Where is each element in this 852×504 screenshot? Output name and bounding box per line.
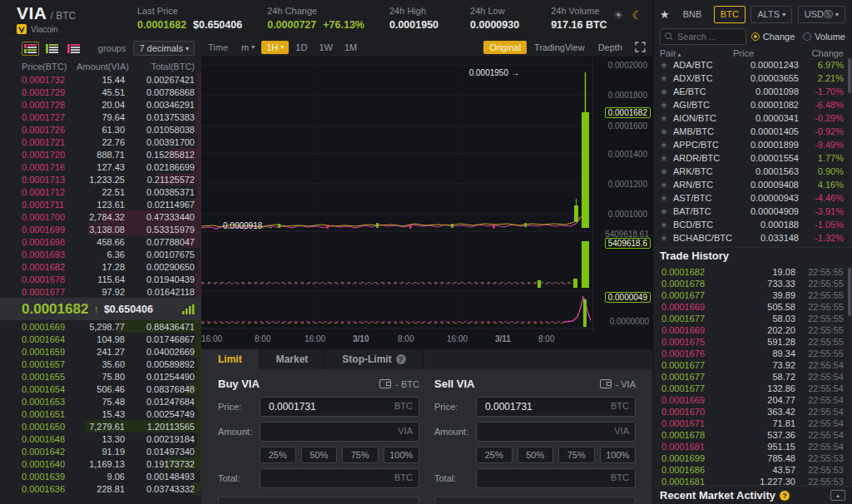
bid-row[interactable]: 0.0001655 75.80 0.01254490 (0, 370, 201, 383)
star-icon[interactable]: ★ (660, 113, 673, 124)
sell-amount-input[interactable] (476, 422, 636, 442)
ask-row[interactable]: 0.0001732 15.44 0.00267421 (0, 73, 201, 86)
ask-row[interactable]: 0.0001720 888.71 0.15285812 (0, 148, 201, 161)
star-icon[interactable]: ★ (660, 140, 673, 151)
trade-row[interactable]: 0.0001675 591.28 22:55:55 (653, 336, 847, 348)
pair-list-scrollbar[interactable] (848, 58, 851, 246)
bid-row[interactable]: 0.0001657 35.60 0.00589892 (0, 358, 201, 370)
trade-row[interactable]: 0.0001677 132.86 22:55:54 (653, 383, 847, 394)
pair-row[interactable]: ★ ARN/BTC 0.00009408 4.16% (653, 178, 847, 191)
star-icon[interactable]: ★ (660, 100, 673, 111)
star-icon[interactable]: ★ (660, 126, 673, 137)
chart-view-button[interactable]: Depth (592, 41, 628, 54)
trade-row[interactable]: 0.0001678 537.36 22:55:54 (653, 429, 847, 441)
pair-row[interactable]: ★ BCD/BTC 0.000188 -1.05% (653, 218, 847, 231)
ask-row[interactable]: 0.0001678 115.64 0.01940439 (0, 273, 201, 285)
percent-button[interactable]: 75% (558, 447, 595, 463)
order-type-tab[interactable]: Market (260, 349, 326, 369)
bid-row[interactable]: 0.0001636 228.81 0.03743332 (0, 482, 201, 495)
light-theme-icon[interactable]: ☀ (613, 8, 624, 22)
percent-button[interactable]: 100% (600, 447, 637, 463)
trade-row[interactable]: 0.0001677 39.89 22:55:55 (653, 289, 847, 301)
pair-row[interactable]: ★ APPC/BTC 0.00001899 -9.49% (653, 138, 847, 151)
ask-row[interactable]: 0.0001700 2,784.32 0.47333440 (0, 210, 201, 223)
interval-button[interactable]: 1W (314, 41, 338, 54)
ask-row[interactable]: 0.0001713 1,233.25 0.21125572 (0, 173, 201, 185)
market-tab[interactable]: ALTS▾ (750, 6, 792, 23)
pair-row[interactable]: ★ AGI/BTC 0.00001082 -6.48% (653, 98, 847, 111)
percent-button[interactable]: 50% (518, 447, 554, 463)
star-icon[interactable]: ★ (660, 206, 673, 217)
buy-amount-input[interactable] (260, 422, 419, 442)
star-icon[interactable]: ★ (660, 60, 673, 71)
ask-row[interactable]: 0.0001677 97.92 0.01642118 (0, 285, 201, 298)
trade-row[interactable]: 0.0001669 204.77 22:55:54 (653, 394, 847, 406)
interval-button[interactable]: 1M (339, 41, 362, 54)
time-axis[interactable]: 8:00 16:00 3/10 8:00 16:00 3/11 8:00 16:… (201, 332, 592, 347)
bid-row[interactable]: 0.0001651 15.43 0.00254749 (0, 408, 201, 420)
market-tab[interactable]: BTC (714, 6, 746, 23)
ask-row[interactable]: 0.0001727 79.64 0.01375383 (0, 111, 201, 123)
star-icon[interactable]: ★ (660, 193, 673, 204)
trade-row[interactable]: 0.0001677 73.92 22:55:54 (653, 359, 847, 371)
pair-row[interactable]: ★ AMB/BTC 0.00001405 -0.92% (653, 125, 847, 138)
chart-area[interactable]: 0.0001950→ 0.0000918→ 0.0002000 0.000180… (201, 57, 652, 349)
star-icon[interactable]: ★ (660, 220, 673, 230)
collapse-icon[interactable]: ▴ (830, 490, 845, 501)
depth-stats-icon[interactable] (182, 304, 195, 314)
pair-row[interactable]: ★ ARK/BTC 0.0001563 0.90% (653, 165, 847, 178)
percent-button[interactable]: 75% (342, 447, 379, 463)
pair-row[interactable]: ★ BAT/BTC 0.00004909 -3.91% (653, 205, 847, 218)
pair-row[interactable]: ★ ARDR/BTC 0.00001554 1.77% (653, 151, 847, 165)
ask-row[interactable]: 0.0001698 458.66 0.07788047 (0, 235, 201, 248)
star-icon[interactable]: ★ (660, 180, 673, 190)
trade-row[interactable]: 0.0001678 733.33 22:55:55 (653, 278, 847, 289)
trade-row[interactable]: 0.0001671 71.81 22:55:54 (653, 418, 847, 429)
ask-row[interactable]: 0.0001712 22.51 0.00385371 (0, 185, 201, 198)
bid-row[interactable]: 0.0001664 104.98 0.01746867 (0, 333, 201, 345)
market-tab[interactable]: USDⓈ▾ (798, 6, 845, 23)
bid-row[interactable]: 0.0001659 241.27 0.04002669 (0, 345, 201, 358)
help-icon[interactable]: ? (780, 491, 790, 501)
order-book-view-bids-icon[interactable] (43, 42, 61, 56)
ask-row[interactable]: 0.0001682 17.28 0.00290650 (0, 260, 201, 273)
ask-row[interactable]: 0.0001728 20.04 0.00346291 (0, 98, 201, 111)
order-book-view-asks-icon[interactable] (65, 42, 82, 56)
ask-row[interactable]: 0.0001693 6.36 0.00107675 (0, 248, 201, 260)
trade-row[interactable]: 0.0001670 363.42 22:55:54 (653, 406, 847, 418)
price-axis[interactable]: 0.0002000 0.0001800 0.0001600 0.0001400 … (592, 57, 652, 332)
order-type-tab[interactable]: Limit (201, 349, 260, 369)
search-input[interactable] (661, 29, 746, 44)
bid-row[interactable]: 0.0001653 75.48 0.01247684 (0, 395, 201, 408)
decimals-select[interactable]: 7 decimals▾ (133, 41, 195, 56)
trade-row[interactable]: 0.0001677 58.03 22:55:55 (653, 313, 847, 324)
interval-button[interactable]: 1D (290, 41, 312, 54)
trade-row[interactable]: 0.0001682 19.08 22:55:55 (653, 266, 847, 278)
trade-history-scrollbar[interactable] (848, 266, 851, 485)
star-icon[interactable]: ★ (660, 153, 673, 164)
trade-row[interactable]: 0.0001686 43.57 22:55:53 (653, 464, 847, 476)
chart-view-button[interactable]: Original (483, 41, 527, 54)
star-icon[interactable]: ★ (660, 166, 673, 177)
ask-row[interactable]: 0.0001729 45.51 0.00786868 (0, 86, 201, 98)
pair-row[interactable]: ★ AE/BTC 0.0001098 -1.70% (653, 85, 847, 98)
interval-button[interactable]: m▾ (236, 41, 260, 54)
radio-change[interactable]: Change (751, 32, 795, 42)
favorites-star-icon[interactable]: ★ (660, 8, 670, 21)
bid-row[interactable]: 0.0001654 506.46 0.08376848 (0, 383, 201, 395)
fullscreen-icon[interactable] (635, 42, 646, 52)
dark-theme-icon[interactable]: ☾ (632, 8, 642, 22)
percent-button[interactable]: 50% (301, 447, 338, 463)
trade-row[interactable]: 0.0001676 89.34 22:55:55 (653, 348, 847, 359)
ask-row[interactable]: 0.0001711 123.61 0.02114967 (0, 198, 201, 210)
bid-row[interactable]: 0.0001669 5,298.77 0.88436471 (0, 320, 201, 333)
ask-row[interactable]: 0.0001699 3,138.08 0.53315979 (0, 223, 201, 235)
pair-row[interactable]: ★ BCHABC/BTC 0.033148 -1.32% (653, 231, 847, 245)
trade-row[interactable]: 0.0001681 1,227.30 22:55:53 (653, 476, 847, 485)
star-icon[interactable]: ★ (660, 86, 673, 97)
bid-row[interactable]: 0.0001640 1,169.13 0.19173732 (0, 457, 201, 470)
ask-row[interactable]: 0.0001721 22.76 0.00391700 (0, 136, 201, 148)
interval-button[interactable]: 1H▾ (261, 41, 289, 54)
bid-row[interactable]: 0.0001639 9.06 0.00148493 (0, 470, 201, 482)
percent-button[interactable]: 100% (384, 447, 420, 463)
